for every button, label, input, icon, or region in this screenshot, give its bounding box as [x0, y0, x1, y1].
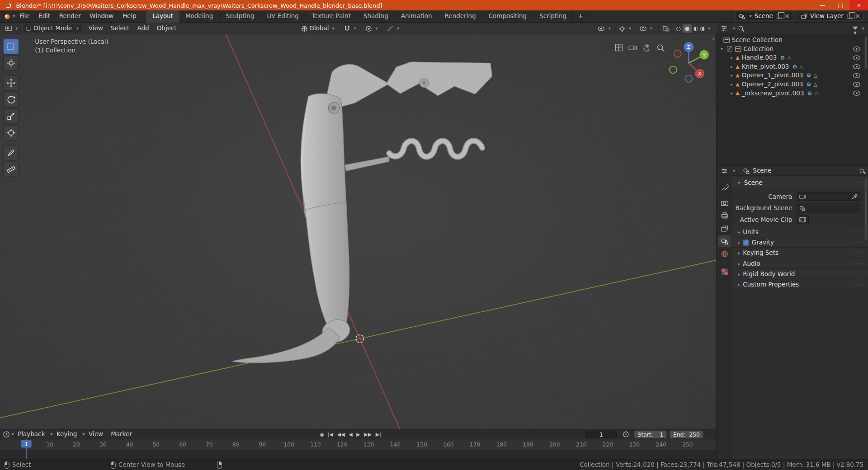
panel-expand-icon[interactable]: ▾: [736, 180, 742, 185]
panel-grip[interactable]: ····: [854, 260, 863, 266]
panel-audio[interactable]: ▸ Audio ····: [731, 258, 868, 269]
panel-grip[interactable]: ····: [854, 240, 863, 245]
add-workspace-button[interactable]: +: [573, 10, 589, 23]
tab-render[interactable]: [718, 197, 731, 209]
tab-world[interactable]: [718, 248, 731, 260]
outliner-row-object[interactable]: ▸ ▲ Opener_2_pivot.003 ⚙ △: [717, 80, 868, 89]
panel-grip[interactable]: ····: [854, 271, 863, 277]
tab-output[interactable]: [718, 210, 731, 221]
panel-units[interactable]: ▸ Units ····: [731, 227, 868, 237]
overlays-toggle[interactable]: ▾: [637, 25, 654, 32]
proportional-edit-control[interactable]: ▾: [363, 25, 380, 32]
tab-compositing[interactable]: Compositing: [482, 10, 533, 23]
tab-tool[interactable]: [718, 182, 731, 193]
menu-view-timeline[interactable]: View: [85, 431, 107, 438]
menu-keying[interactable]: Keying: [52, 431, 80, 438]
select-box-tool[interactable]: [3, 39, 19, 54]
move-tool[interactable]: [3, 75, 19, 91]
shading-rendered-button[interactable]: ◑: [700, 24, 705, 33]
expand-icon[interactable]: ▸: [729, 90, 735, 95]
tab-texture[interactable]: [718, 266, 731, 277]
expand-icon[interactable]: ▸: [729, 82, 735, 87]
shading-wireframe-button[interactable]: ○: [676, 24, 681, 33]
eyedropper-icon[interactable]: [851, 193, 857, 199]
auto-key-record-button[interactable]: ●: [320, 432, 324, 437]
eye-icon[interactable]: [853, 82, 860, 87]
tab-scripting[interactable]: Scripting: [533, 10, 573, 23]
eye-icon[interactable]: [853, 64, 860, 69]
panel-custom-properties[interactable]: ▸ Custom Properties ····: [731, 279, 868, 290]
editor-dropdown-icon[interactable]: ▾: [15, 26, 18, 31]
menu-window[interactable]: Window: [85, 10, 118, 23]
expand-icon[interactable]: ▸: [729, 73, 735, 78]
falloff-control[interactable]: ▾: [385, 25, 401, 32]
transform-orientation-dropdown[interactable]: Global ▾: [299, 25, 336, 32]
menu-view[interactable]: View: [85, 24, 107, 32]
editor-type-selector[interactable]: ▾: [3, 25, 20, 32]
sidebar-toggle-icon[interactable]: ‹: [712, 35, 715, 42]
snap-control[interactable]: ▾: [342, 25, 359, 32]
tab-uv-editing[interactable]: UV Editing: [261, 10, 305, 23]
playhead-frame-badge[interactable]: 1: [21, 440, 32, 447]
outliner-row-object[interactable]: ▸ ▲ _orkscrew_pivot.003 ⚙ △: [717, 89, 868, 98]
close-button[interactable]: ×: [850, 0, 868, 10]
play-button[interactable]: ▶: [356, 432, 360, 437]
scene-selector[interactable]: ▾ Scene ×: [735, 12, 793, 21]
panel-grip[interactable]: ····: [854, 282, 863, 287]
properties-scrollbar[interactable]: [865, 179, 867, 240]
panel-keying-sets[interactable]: ▸ Keying Sets ····: [731, 248, 868, 258]
eye-icon[interactable]: [853, 55, 860, 60]
eye-icon[interactable]: [853, 47, 860, 52]
collection-expand-icon[interactable]: ▾: [719, 46, 725, 51]
new-view-layer-icon[interactable]: [847, 14, 852, 19]
shading-solid-button[interactable]: ●: [683, 24, 692, 33]
proportional-dropdown-icon[interactable]: ▾: [375, 26, 377, 31]
visibility-dropdown[interactable]: ▾: [595, 26, 613, 31]
background-scene-field[interactable]: [797, 204, 860, 213]
jump-to-start-button[interactable]: |◀: [328, 432, 333, 437]
cursor-tool[interactable]: [3, 55, 19, 70]
timeline-editor-icon[interactable]: [3, 431, 10, 437]
outliner-row-object[interactable]: ▸ ▲ Knife_pivot.003 ⚙ △: [717, 62, 868, 71]
tab-modeling[interactable]: Modeling: [179, 10, 219, 23]
tab-texture-paint[interactable]: Texture Paint: [305, 10, 357, 23]
zoom-view-icon[interactable]: [655, 42, 666, 53]
outliner-editor-icon[interactable]: [721, 25, 728, 32]
shading-dropdown-icon[interactable]: ▾: [708, 26, 710, 31]
outliner-search-icon[interactable]: [738, 26, 743, 31]
toggle-perspective-icon[interactable]: [613, 42, 624, 53]
jump-to-end-button[interactable]: ▶|: [376, 432, 381, 437]
properties-search-icon[interactable]: [860, 169, 864, 173]
tab-rendering[interactable]: Rendering: [439, 10, 482, 23]
timeline-lane[interactable]: [0, 451, 716, 459]
shading-material-button[interactable]: ◐: [693, 24, 698, 33]
end-frame-field[interactable]: End: 250: [670, 431, 703, 438]
panel-gravity[interactable]: ▸ ✓ Gravity ····: [731, 237, 868, 248]
menu-edit[interactable]: Edit: [34, 10, 55, 23]
menu-object[interactable]: Object: [153, 24, 180, 32]
current-frame-field[interactable]: 1: [586, 431, 617, 438]
xray-toggle-icon[interactable]: [663, 25, 670, 32]
timeline-ruler[interactable]: 10 20 30 40 50 60 70 80 90 100 110 120 1…: [0, 439, 716, 450]
remove-view-layer-icon[interactable]: ×: [855, 14, 860, 19]
properties-editor-icon[interactable]: [721, 167, 728, 174]
tab-scene[interactable]: [718, 235, 731, 247]
view-layer-selector[interactable]: View Layer ×: [797, 12, 863, 21]
rotate-tool[interactable]: [3, 92, 19, 107]
tab-layout[interactable]: Layout: [146, 10, 179, 23]
falloff-dropdown-icon[interactable]: ▾: [397, 26, 399, 31]
expand-icon[interactable]: ▸: [729, 64, 735, 69]
menu-render[interactable]: Render: [55, 10, 85, 23]
visibility-dropdown-icon[interactable]: ▾: [609, 26, 611, 31]
outliner-row-object[interactable]: ▸ ▲ Handle.003 ⚙ △: [717, 53, 868, 62]
snap-dropdown-icon[interactable]: ▾: [354, 26, 356, 31]
navigation-gizmo[interactable]: Z Y X: [665, 40, 712, 86]
collection-checkbox[interactable]: ✓: [727, 46, 732, 52]
unlink-scene-icon[interactable]: ×: [784, 14, 789, 19]
tab-sculpting[interactable]: Sculpting: [220, 10, 261, 23]
eye-icon[interactable]: [853, 91, 860, 96]
start-frame-field[interactable]: Start: 1: [634, 431, 666, 438]
play-reverse-button[interactable]: ◀: [349, 432, 352, 437]
minimize-button[interactable]: —: [813, 0, 831, 10]
menu-file[interactable]: File: [15, 10, 34, 23]
